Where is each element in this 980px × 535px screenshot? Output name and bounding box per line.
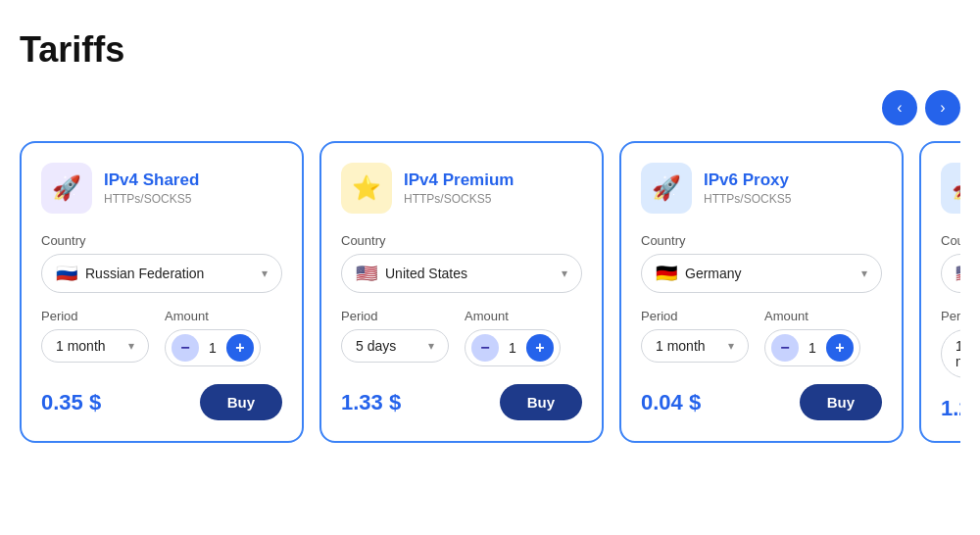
next-button[interactable]: › bbox=[925, 90, 960, 125]
partial-card-header: 🚀 bbox=[941, 163, 960, 214]
card-icon-emoji: ⭐ bbox=[352, 174, 381, 202]
period-chevron-icon: ▾ bbox=[728, 339, 734, 353]
card-footer: 0.35 $ Buy bbox=[41, 384, 282, 420]
row-two: Period 5 days ▾ Amount − 1 + bbox=[341, 309, 582, 366]
amount-value: 1 bbox=[805, 340, 820, 356]
card-ipv4-premium: ⭐ IPv4 Premium HTTPs/SOCKS5 Country 🇺🇸 U… bbox=[319, 141, 604, 443]
amount-value: 1 bbox=[205, 340, 220, 356]
amount-control: − 1 + bbox=[465, 329, 561, 366]
card-ipv6-proxy: 🚀 IPv6 Proxy HTTPs/SOCKS5 Country 🇩🇪 Ger… bbox=[619, 141, 904, 443]
card-title: IPv4 Shared bbox=[104, 170, 199, 190]
country-label: Country bbox=[41, 233, 282, 248]
amount-value: 1 bbox=[505, 340, 520, 356]
amount-minus-button[interactable]: − bbox=[172, 334, 199, 362]
partial-country-select[interactable]: 🇺🇸 U bbox=[941, 254, 960, 293]
period-chevron-icon: ▾ bbox=[128, 339, 134, 353]
prev-button[interactable]: ‹ bbox=[882, 90, 917, 125]
chevron-down-icon: ▾ bbox=[562, 267, 567, 280]
period-select[interactable]: 1 month ▾ bbox=[641, 329, 749, 363]
card-footer: 0.04 $ Buy bbox=[641, 384, 882, 420]
card-title: IPv6 Proxy bbox=[704, 170, 791, 190]
country-flag: 🇩🇪 bbox=[656, 263, 677, 284]
partial-country-label: Countr bbox=[941, 233, 960, 248]
card-icon-emoji: 🚀 bbox=[652, 174, 681, 202]
country-name: Russian Federation bbox=[85, 266, 254, 281]
card-partial: 🚀 Countr 🇺🇸 U Period 1 mon 1.20 bbox=[919, 141, 960, 443]
price: 0.04 $ bbox=[641, 390, 701, 415]
page-title: Tariffs bbox=[20, 29, 960, 71]
cards-wrapper: 🚀 IPv4 Shared HTTPs/SOCKS5 Country 🇷🇺 Ru… bbox=[20, 141, 960, 443]
period-label: Period bbox=[641, 309, 749, 323]
price: 1.33 $ bbox=[341, 390, 401, 415]
chevron-down-icon: ▾ bbox=[861, 267, 867, 280]
amount-label: Amount bbox=[465, 309, 561, 323]
country-flag: 🇷🇺 bbox=[56, 263, 77, 284]
amount-plus-button[interactable]: + bbox=[526, 334, 554, 362]
period-label: Period bbox=[341, 309, 449, 323]
period-value: 1 month bbox=[56, 338, 122, 354]
period-value: 1 month bbox=[656, 338, 722, 354]
period-select[interactable]: 5 days ▾ bbox=[341, 329, 449, 363]
buy-button[interactable]: Buy bbox=[800, 384, 882, 420]
buy-button[interactable]: Buy bbox=[500, 384, 582, 420]
country-select[interactable]: 🇷🇺 Russian Federation ▾ bbox=[41, 254, 282, 293]
country-label: Country bbox=[641, 233, 882, 248]
partial-period-label: Period bbox=[941, 309, 960, 323]
amount-control: − 1 + bbox=[165, 329, 261, 366]
amount-minus-button[interactable]: − bbox=[471, 334, 499, 362]
price: 0.35 $ bbox=[41, 390, 101, 415]
card-ipv4-shared: 🚀 IPv4 Shared HTTPs/SOCKS5 Country 🇷🇺 Ru… bbox=[20, 141, 304, 443]
amount-plus-button[interactable]: + bbox=[226, 334, 254, 362]
period-label: Period bbox=[41, 309, 149, 323]
card-header: 🚀 IPv4 Shared HTTPs/SOCKS5 bbox=[41, 163, 282, 214]
card-icon: ⭐ bbox=[341, 163, 392, 214]
partial-country-flag: 🇺🇸 bbox=[956, 263, 960, 284]
card-subtitle: HTTPs/SOCKS5 bbox=[404, 192, 514, 206]
country-label: Country bbox=[341, 233, 582, 248]
row-two: Period 1 month ▾ Amount − 1 + bbox=[41, 309, 282, 366]
nav-area: ‹ › bbox=[20, 90, 960, 125]
country-name: United States bbox=[385, 266, 554, 281]
chevron-down-icon: ▾ bbox=[262, 267, 268, 280]
card-subtitle: HTTPs/SOCKS5 bbox=[104, 192, 199, 206]
amount-plus-button[interactable]: + bbox=[826, 334, 854, 362]
partial-period-value: 1 mon bbox=[956, 338, 960, 369]
card-icon: 🚀 bbox=[41, 163, 92, 214]
card-header: 🚀 IPv6 Proxy HTTPs/SOCKS5 bbox=[641, 163, 882, 214]
card-footer: 1.33 $ Buy bbox=[341, 384, 582, 420]
card-icon-emoji: 🚀 bbox=[52, 174, 81, 202]
partial-price: 1.20 bbox=[941, 396, 960, 420]
card-header: ⭐ IPv4 Premium HTTPs/SOCKS5 bbox=[341, 163, 582, 214]
card-title: IPv4 Premium bbox=[404, 170, 514, 190]
period-select[interactable]: 1 month ▾ bbox=[41, 329, 149, 363]
amount-minus-button[interactable]: − bbox=[771, 334, 799, 362]
row-two: Period 1 month ▾ Amount − 1 + bbox=[641, 309, 882, 366]
country-select[interactable]: 🇺🇸 United States ▾ bbox=[341, 254, 582, 293]
period-value: 5 days bbox=[356, 338, 422, 354]
country-flag: 🇺🇸 bbox=[356, 263, 377, 284]
partial-icon-emoji: 🚀 bbox=[952, 174, 960, 202]
card-icon: 🚀 bbox=[641, 163, 692, 214]
country-name: Germany bbox=[685, 266, 854, 281]
amount-control: − 1 + bbox=[764, 329, 860, 366]
period-chevron-icon: ▾ bbox=[428, 339, 434, 353]
amount-label: Amount bbox=[165, 309, 261, 323]
country-select[interactable]: 🇩🇪 Germany ▾ bbox=[641, 254, 882, 293]
amount-label: Amount bbox=[764, 309, 860, 323]
partial-card-icon: 🚀 bbox=[941, 163, 960, 214]
card-subtitle: HTTPs/SOCKS5 bbox=[704, 192, 791, 206]
buy-button[interactable]: Buy bbox=[200, 384, 282, 420]
partial-period-select[interactable]: 1 mon bbox=[941, 329, 960, 378]
